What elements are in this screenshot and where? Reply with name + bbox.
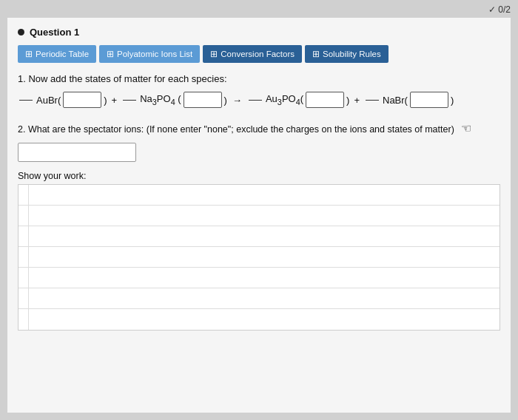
question-title: Question 1 — [30, 27, 79, 38]
close2: ) — [224, 95, 227, 106]
tab-conversion-factors[interactable]: ⊞ Conversion Factors — [203, 45, 302, 63]
close1: ) — [104, 95, 107, 106]
hand-icon: ☜ — [461, 122, 471, 135]
tab-periodic-table[interactable]: ⊞ Periodic Table — [18, 45, 96, 63]
arrow-icon: → — [232, 95, 242, 106]
species-na3po4: Na3PO4 ( — [140, 93, 181, 106]
blank2 — [123, 100, 136, 101]
plus1: + — [112, 95, 118, 106]
work-line — [18, 288, 500, 309]
input-aubr-state[interactable] — [63, 92, 101, 108]
blank3 — [249, 100, 262, 101]
q2-content: What are the spectator ions: (If none en… — [28, 124, 454, 135]
question1-text: 1. Now add the states of matter for each… — [18, 73, 500, 84]
input-na3po4-state[interactable] — [184, 92, 222, 108]
tab-solubility-icon: ⊞ — [312, 49, 320, 59]
tab-solubility-rules[interactable]: ⊞ Solubility Rules — [305, 45, 388, 63]
tab-periodic-icon: ⊞ — [25, 49, 33, 59]
work-line — [18, 309, 500, 330]
work-line — [18, 268, 500, 288]
tab-polyatomic-icon: ⊞ — [107, 49, 114, 59]
work-line-left-margin — [18, 206, 29, 226]
species-aubr: AuBr( — [36, 95, 61, 106]
blank1 — [19, 100, 33, 101]
species-nabr: NaBr( — [383, 95, 408, 106]
q2-number: 2. — [18, 124, 25, 135]
q1-number: 1. — [18, 73, 26, 84]
work-line — [18, 226, 500, 247]
q2-body: 2. What are the spectator ions: (If none… — [18, 120, 471, 137]
work-line-left-margin — [18, 268, 29, 288]
equation-row: AuBr( ) + Na3PO4 ( ) → Au3PO4( ) + NaBr(… — [18, 92, 500, 108]
status-text: ✓ 0/2 — [488, 4, 511, 15]
work-line — [18, 185, 500, 206]
work-line — [18, 247, 500, 268]
work-line-left-margin — [18, 247, 29, 267]
spectator-ions-input[interactable] — [18, 143, 136, 162]
show-work-label: Show your work: — [18, 171, 500, 181]
tabs-row: ⊞ Periodic Table ⊞ Polyatomic Ions List … — [18, 45, 500, 63]
work-line-left-margin — [18, 226, 29, 246]
input-nabr-state[interactable] — [410, 92, 448, 108]
tab-periodic-label: Periodic Table — [36, 50, 89, 58]
tab-polyatomic-label: Polyatomic Ions List — [117, 50, 192, 58]
question-header: Question 1 — [18, 27, 500, 38]
work-line — [18, 206, 500, 226]
question2-text: 2. What are the spectator ions: (If none… — [18, 120, 471, 143]
tab-polyatomic-ions[interactable]: ⊞ Polyatomic Ions List — [99, 45, 200, 63]
work-area — [18, 184, 500, 331]
blank4 — [366, 100, 379, 101]
top-bar: ✓ 0/2 — [0, 0, 518, 18]
species-au3po4: Au3PO4( — [266, 93, 303, 106]
work-line-left-margin — [18, 185, 29, 205]
tab-conversion-icon: ⊞ — [210, 49, 218, 59]
work-line-left-margin — [18, 288, 29, 308]
work-line-left-margin — [18, 309, 29, 330]
tab-conversion-label: Conversion Factors — [221, 50, 295, 58]
plus2: + — [354, 95, 360, 106]
close4: ) — [451, 95, 454, 106]
q1-body: Now add the states of matter for each sp… — [28, 73, 226, 84]
question-dot-icon — [18, 29, 24, 35]
content-area: Question 1 ⊞ Periodic Table ⊞ Polyatomic… — [7, 18, 511, 413]
question2-row: 2. What are the spectator ions: (If none… — [18, 120, 500, 143]
input-au3po4-state[interactable] — [306, 92, 344, 108]
close3: ) — [346, 95, 349, 106]
tab-solubility-label: Solubility Rules — [323, 50, 381, 58]
